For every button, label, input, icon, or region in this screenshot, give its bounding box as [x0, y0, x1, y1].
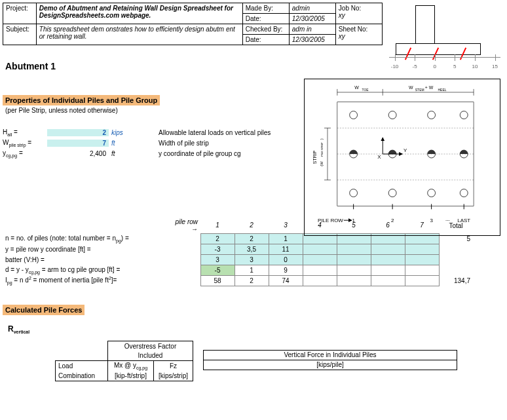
ycg-desc: y coordinate of pile group cg [132, 150, 241, 157]
svg-point-25 [460, 111, 468, 119]
vertical-force-table: Vertical Force in Individual Piles [kips… [203, 350, 457, 370]
row-I: Ipg = n d2 = moment of inertia [pile ft2… [3, 275, 473, 286]
madeby-value: admin [289, 3, 335, 14]
svg-point-22 [350, 111, 358, 119]
load-combination-table: Overstress Factor Included Load Mx @ ycg… [55, 341, 193, 381]
row-batter: batter (V:H) = 3 3 0 [3, 254, 473, 265]
svg-text:STEM: STEM [415, 88, 424, 92]
calc-forces-header: Calculated Pile Forces [3, 305, 84, 315]
svg-text:PILE ROW: PILE ROW [318, 218, 343, 223]
svg-text:): ) [320, 138, 324, 140]
wps-value[interactable]: 7 [47, 140, 109, 147]
jobno-label: Job No:xy [335, 3, 382, 24]
svg-text:STRIP: STRIP [312, 150, 317, 164]
svg-text:(W: (W [320, 161, 324, 166]
svg-text:W: W [354, 85, 359, 90]
svg-text:Y: Y [404, 147, 407, 153]
checkedby-value: adm in [289, 24, 335, 35]
svg-text:···: ··· [445, 218, 450, 223]
hall-label: Hall = [3, 128, 47, 137]
cross-section-diagram: -10 -5 0 5 10 15 [389, 5, 500, 64]
svg-text:LAST: LAST [457, 218, 470, 223]
hall-value[interactable]: 2 [47, 129, 109, 136]
wps-unit: ft [109, 140, 132, 147]
subject-value: This spreadsheet dem onstrates how to ef… [36, 24, 242, 45]
date1-value: 12/30/2005 [289, 14, 335, 24]
svg-text:2: 2 [391, 218, 394, 223]
svg-point-30 [350, 189, 358, 197]
subject-label: Subject: [3, 24, 37, 45]
hall-unit: kips [109, 129, 132, 136]
ycg-label: ycg,pg = [3, 149, 47, 158]
svg-text:HEEL: HEEL [438, 88, 447, 92]
date1-label: Date: [242, 14, 289, 24]
wps-label: Wpile strip = [3, 139, 47, 147]
svg-text:1: 1 [352, 218, 355, 223]
project-value: Demo of Abutment and Retaining Wall Desi… [36, 3, 242, 24]
svg-point-23 [388, 111, 396, 119]
svg-text:W: W [409, 85, 413, 90]
date2-label: Date: [242, 35, 289, 45]
row-d: d = y - ycg,pg = arm to cg pile group [f… [3, 265, 473, 275]
svg-text:+ W: + W [425, 85, 434, 90]
project-label: Project: [3, 3, 37, 24]
checkedby-label: Checked By: [242, 24, 289, 35]
sheetno-label: Sheet No:xy [335, 24, 382, 45]
svg-text:TOE: TOE [362, 88, 369, 92]
pilerow-label: pile row → [170, 218, 200, 233]
props-header: Properties of Individual Piles and Pile … [3, 95, 160, 105]
svg-point-32 [428, 189, 436, 197]
svg-text:3: 3 [430, 218, 433, 223]
header-block: Project: Demo of Abutment and Retaining … [3, 3, 383, 45]
wps-desc: Width of pile strip [132, 140, 209, 147]
hall-desc: Allowable lateral loads on vertical pile… [132, 129, 271, 136]
row-y: y = pile row y coordinate [ft] = -3 3,5 … [3, 244, 473, 254]
madeby-label: Made By: [242, 3, 289, 14]
svg-text:PILE STRIP: PILE STRIP [320, 142, 324, 157]
pile-group-diagram: WTOE WSTEM + WHEEL STRIP (W PILE STRIP )… [304, 79, 500, 236]
ycg-value: 2,400 [47, 150, 109, 157]
svg-point-24 [428, 111, 436, 119]
ycg-unit: ft [109, 150, 132, 157]
date2-value: 12/30/2005 [289, 35, 335, 45]
svg-point-31 [388, 189, 396, 197]
r-vertical-label: Rvertical [8, 324, 504, 334]
svg-point-33 [460, 189, 468, 197]
svg-text:X: X [377, 154, 381, 160]
